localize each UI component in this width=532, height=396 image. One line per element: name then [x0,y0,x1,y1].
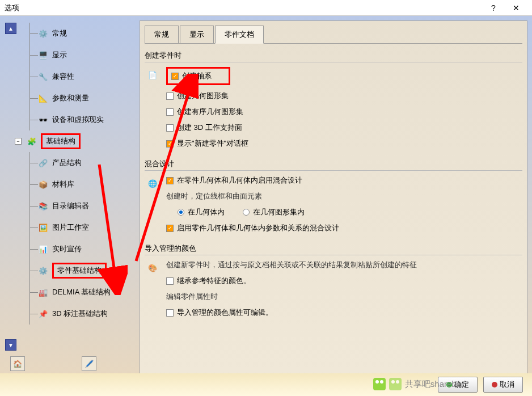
tree-label: 基础结构 [46,137,75,145]
tree-item[interactable]: ⚙️常规 [37,23,135,44]
tree-label: 显示 [52,50,67,60]
help-button[interactable]: ? [482,0,505,16]
radio-on-icon[interactable] [178,209,184,216]
watermark: 共享吧sharebar [373,378,464,390]
tree-icon: 📚 [37,200,49,212]
expand-icon[interactable]: − [15,138,22,145]
tree-icon: 📊 [37,243,49,255]
tree-item[interactable]: 📚目录编辑器 [37,195,135,217]
radio-off-icon[interactable] [243,209,250,216]
tree-item[interactable]: 📌3D 标注基础结构 [37,303,135,325]
checkbox-option[interactable]: 创建几何图形集 [166,91,522,101]
close-button[interactable]: ✕ [505,0,527,16]
tree-item[interactable]: −🧩基础结构 [26,130,135,152]
option-label: 在零件几何体和几何体内启用混合设计 [177,175,302,186]
checkbox-icon: ✓ [166,140,174,148]
tab[interactable]: 显示 [180,26,214,43]
option-label: 显示"新建零件"对话框 [177,138,248,149]
group-colors: 导入管理的颜色 🎨 创建新零件时，通过按与原文档相关联或不关联的结果复制粘贴所创… [145,243,522,318]
titlebar: 选项 ? ✕ [0,0,532,16]
content-panel: 常规显示零件文档 创建零件时 📄 ✓创建轴系创建几何图形集创建有序几何图形集创建… [140,20,527,374]
tree-item[interactable]: 📊实时宣传 [37,238,135,260]
option-label: 创建几何图形集 [177,91,229,101]
tree-icon: ⚙️ [37,28,49,39]
tree-icon: 🖼️ [37,222,49,233]
window-title: 选项 [5,3,482,13]
checkbox-option[interactable]: 创建有序几何图形集 [166,107,522,117]
sidebar: ▲ ▼ ⚙️常规🖥️显示🔧兼容性📐参数和测量🕶️设备和虚拟现实−🧩基础结构🔗产品… [5,20,135,374]
checkbox-option[interactable]: ✓ 在零件几何体和几何体内启用混合设计 [166,175,522,186]
tree-label: 兼容性 [52,71,74,82]
tree-label: 设备和虚拟现实 [52,115,104,125]
note-text: 创建新零件时，通过按与原文档相关联或不关联的结果复制粘贴所创建的特征 [166,260,522,270]
document-icon: 📄 [145,67,161,83]
tree-item[interactable]: 🖥️显示 [37,44,135,66]
tree-label: 材料库 [52,179,74,189]
tree-label: DELMIA 基础结构 [52,287,111,297]
tree-icon: 📦 [37,179,49,190]
tab[interactable]: 零件文档 [215,26,264,44]
nav-tree: ⚙️常规🖥️显示🔧兼容性📐参数和测量🕶️设备和虚拟现实−🧩基础结构🔗产品结构📦材… [17,20,135,353]
note-text: 编辑零件属性时 [166,292,522,302]
tree-icon: 🔧 [37,71,49,82]
group-hybrid: 混合设计 🌐 ✓ 在零件几何体和几何体内启用混合设计 创建时，定位线框和曲面元素… [145,159,522,233]
group-title: 创建零件时 [145,50,522,62]
tree-icon: 🏭 [37,287,49,298]
palette-icon: 🎨 [145,260,161,276]
radio-label: 在几何图形集内 [253,207,305,217]
cancel-button[interactable]: 取消 [483,377,523,393]
tool-icon-2[interactable]: 🖊️ [82,356,96,371]
tree-label: 图片工作室 [52,222,89,233]
tree-item[interactable]: 🔗产品结构 [37,152,135,174]
checkbox-option[interactable]: 导入管理的颜色属性可编辑。 [166,307,522,318]
tree-item[interactable]: 🕶️设备和虚拟现实 [37,109,135,130]
checkbox-icon [166,277,174,285]
checkbox-option[interactable]: 创建 3D 工作支持面 [166,123,522,133]
tree-label: 参数和测量 [52,93,89,103]
checkbox-icon [166,108,174,116]
checkbox-option[interactable]: 继承参考特征的颜色。 [166,276,522,286]
note-text: 创建时，定位线框和曲面元素 [166,191,522,201]
scroll-down-button[interactable]: ▼ [5,339,16,351]
tab-bar: 常规显示零件文档 [145,26,522,44]
checkbox-option[interactable]: ✓显示"新建零件"对话框 [166,138,522,149]
tree-icon: 🖥️ [37,49,49,61]
main-area: ▲ ▼ ⚙️常规🖥️显示🔧兼容性📐参数和测量🕶️设备和虚拟现实−🧩基础结构🔗产品… [0,16,532,379]
tool-icon-1[interactable]: 🏠 [10,356,25,371]
checkbox-icon [166,92,174,100]
checkbox-icon: ✓ [166,177,174,184]
checkbox-option[interactable]: ✓ 启用零件几何体和几何体内参数和关系的混合设计 [166,223,522,233]
option-label: 启用零件几何体和几何体内参数和关系的混合设计 [177,223,339,233]
radio-label: 在几何体内 [188,207,225,217]
tree-label: 实时宣传 [52,244,82,254]
tree-item[interactable]: 📐参数和测量 [37,87,135,109]
checkbox-option[interactable]: ✓创建轴系 [166,67,522,85]
tree-item[interactable]: 📦材料库 [37,174,135,195]
tree-icon: ⚙️ [37,265,49,276]
group-title: 混合设计 [145,159,522,171]
option-label: 创建轴系 [182,71,212,81]
tree-icon: 🧩 [26,136,37,147]
tree-icon: 🕶️ [37,114,49,125]
tab[interactable]: 常规 [145,26,179,43]
watermark-text: 共享吧sharebar [405,379,464,390]
tree-label: 目录编辑器 [52,201,89,211]
checkbox-icon: ✓ [166,225,174,232]
tree-item[interactable]: ⚙️零件基础结构 [37,260,135,281]
scroll-up-button[interactable]: ▲ [5,23,16,34]
tree-item[interactable]: 🖼️图片工作室 [37,217,135,238]
option-label: 创建 3D 工作支持面 [177,123,242,133]
option-label: 创建有序几何图形集 [177,107,243,117]
checkbox-icon [166,124,174,132]
checkbox-icon [166,309,174,317]
tree-label: 3D 标注基础结构 [52,309,108,319]
tree-label: 产品结构 [52,158,82,168]
group-create-part: 创建零件时 📄 ✓创建轴系创建几何图形集创建有序几何图形集创建 3D 工作支持面… [145,50,522,149]
checkbox-icon: ✓ [171,73,179,80]
wechat-icon [389,378,402,390]
tree-item[interactable]: 🏭DELMIA 基础结构 [37,281,135,303]
globe-icon: 🌐 [145,175,161,191]
option-label: 继承参考特征的颜色。 [177,276,251,286]
tree-item[interactable]: 🔧兼容性 [37,66,135,87]
option-label: 导入管理的颜色属性可编辑。 [177,307,273,318]
